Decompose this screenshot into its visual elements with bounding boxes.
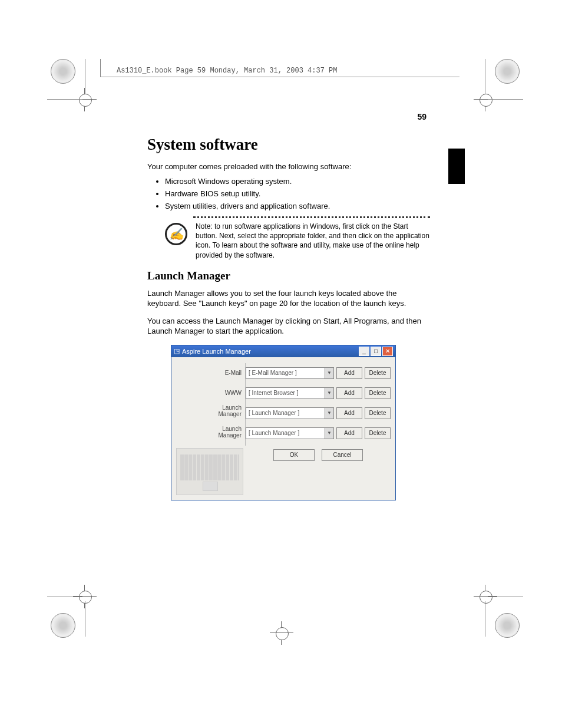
program-combo[interactable]: [ Launch Manager ] ▼ bbox=[246, 407, 334, 419]
add-button[interactable]: Add bbox=[336, 427, 362, 439]
combo-value: [ Internet Browser ] bbox=[246, 390, 325, 396]
delete-button[interactable]: Delete bbox=[365, 387, 391, 399]
key-label-line: Launch bbox=[222, 404, 242, 411]
key-label-line: Manager bbox=[219, 432, 242, 439]
assignment-row: [ Launch Manager ] ▼ Add Delete bbox=[246, 403, 391, 423]
launch-manager-dialog: ◳ Aspire Launch Manager _ □ ✕ E-Mail WWW… bbox=[171, 345, 396, 500]
registration-mark bbox=[51, 613, 75, 638]
header-rule bbox=[100, 59, 101, 77]
key-label-launch-manager: Launch Manager bbox=[176, 403, 246, 424]
crop-line bbox=[485, 601, 485, 637]
assignment-row: [ Launch Manager ] ▼ Add Delete bbox=[246, 423, 391, 443]
assignment-row: [ E-Mail Manager ] ▼ Add Delete bbox=[246, 363, 391, 383]
list-item: System utilities, drivers and applicatio… bbox=[165, 202, 430, 210]
crop-line bbox=[488, 99, 523, 100]
crop-mark-icon bbox=[273, 625, 290, 641]
key-label-email: E-Mail bbox=[176, 363, 246, 383]
crop-line bbox=[85, 59, 85, 94]
key-labels-column: E-Mail WWW Launch Manager Launch Manager bbox=[176, 361, 246, 495]
delete-button[interactable]: Delete bbox=[365, 427, 391, 439]
list-item: Hardware BIOS setup utility. bbox=[165, 189, 430, 198]
crop-line bbox=[485, 59, 485, 94]
paragraph: You can access the Launch Manager by cli… bbox=[147, 316, 430, 337]
chevron-down-icon: ▼ bbox=[325, 368, 333, 378]
add-button[interactable]: Add bbox=[336, 387, 362, 399]
key-label-www: WWW bbox=[176, 383, 246, 403]
close-button[interactable]: ✕ bbox=[382, 347, 393, 356]
key-label-line: Launch bbox=[222, 426, 242, 432]
heading-launch-manager: Launch Manager bbox=[147, 269, 430, 282]
page-content: System software Your computer comes prel… bbox=[147, 136, 430, 500]
book-header: As1310_E.book Page 59 Monday, March 31, … bbox=[117, 67, 337, 75]
delete-button[interactable]: Delete bbox=[365, 367, 391, 379]
registration-mark bbox=[51, 59, 75, 84]
minimize-button[interactable]: _ bbox=[359, 347, 369, 356]
software-list: Microsoft Windows operating system. Hard… bbox=[147, 177, 430, 210]
crop-line bbox=[47, 99, 82, 100]
cancel-button[interactable]: Cancel bbox=[322, 449, 363, 461]
ok-button[interactable]: OK bbox=[273, 449, 315, 461]
chevron-down-icon: ▼ bbox=[325, 428, 333, 439]
combo-value: [ E-Mail Manager ] bbox=[246, 370, 325, 376]
app-icon: ◳ bbox=[174, 347, 180, 355]
list-item: Microsoft Windows operating system. bbox=[165, 177, 430, 186]
note-block: ✍ Note: to run software applications in … bbox=[165, 222, 430, 260]
assignments-column: [ E-Mail Manager ] ▼ Add Delete [ Intern… bbox=[246, 361, 391, 495]
intro-text: Your computer comes preloaded with the f… bbox=[147, 162, 430, 171]
program-combo[interactable]: [ Internet Browser ] ▼ bbox=[246, 387, 334, 399]
key-label-line: Manager bbox=[219, 411, 242, 417]
crop-line bbox=[488, 597, 523, 597]
crop-mark-icon bbox=[477, 91, 494, 108]
combo-value: [ Launch Manager ] bbox=[246, 430, 325, 436]
combo-value: [ Launch Manager ] bbox=[246, 410, 325, 416]
keyboard-illustration bbox=[176, 448, 243, 495]
program-combo[interactable]: [ E-Mail Manager ] ▼ bbox=[246, 367, 334, 379]
assignment-row: [ Internet Browser ] ▼ Add Delete bbox=[246, 383, 391, 403]
note-text: Note: to run software applications in Wi… bbox=[196, 222, 430, 260]
dialog-titlebar: ◳ Aspire Launch Manager _ □ ✕ bbox=[171, 345, 395, 357]
crop-line bbox=[47, 597, 82, 597]
dialog-footer: OK Cancel bbox=[246, 449, 391, 461]
chevron-down-icon: ▼ bbox=[325, 408, 333, 419]
page-number: 59 bbox=[417, 112, 427, 121]
section-tab bbox=[448, 149, 465, 184]
heading-system-software: System software bbox=[147, 136, 430, 154]
registration-mark bbox=[495, 613, 520, 638]
delete-button[interactable]: Delete bbox=[365, 407, 391, 419]
program-combo[interactable]: [ Launch Manager ] ▼ bbox=[246, 427, 334, 439]
note-icon: ✍ bbox=[165, 223, 187, 245]
add-button[interactable]: Add bbox=[336, 407, 362, 419]
key-label-launch-manager: Launch Manager bbox=[176, 424, 246, 446]
paragraph: Launch Manager allows you to set the fou… bbox=[147, 288, 430, 309]
scanned-page: As1310_E.book Page 59 Monday, March 31, … bbox=[0, 0, 562, 728]
registration-mark bbox=[495, 59, 520, 84]
header-rule bbox=[100, 77, 459, 77]
dialog-body: E-Mail WWW Launch Manager Launch Manager bbox=[171, 357, 395, 500]
add-button[interactable]: Add bbox=[336, 367, 362, 379]
maximize-button[interactable]: □ bbox=[371, 347, 381, 356]
dialog-title: Aspire Launch Manager bbox=[182, 348, 251, 355]
note-divider bbox=[193, 216, 430, 218]
chevron-down-icon: ▼ bbox=[325, 388, 333, 398]
crop-line bbox=[85, 601, 85, 637]
